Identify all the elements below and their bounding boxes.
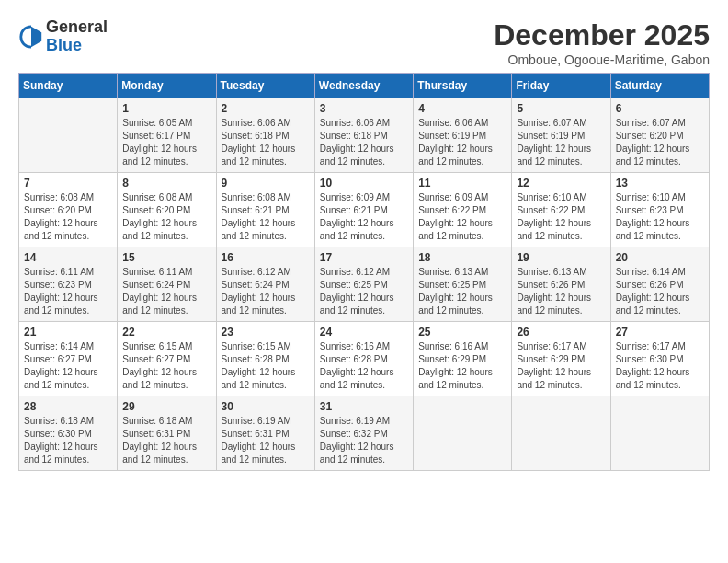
day-number: 14 [24, 251, 112, 264]
table-row: 11 Sunrise: 6:09 AMSunset: 6:22 PMDaylig… [414, 173, 512, 247]
day-number: 18 [418, 251, 506, 264]
day-number: 5 [517, 102, 605, 115]
day-info: Sunrise: 6:11 AMSunset: 6:23 PMDaylight:… [24, 266, 112, 317]
table-row: 9 Sunrise: 6:08 AMSunset: 6:21 PMDayligh… [216, 173, 314, 247]
day-number: 10 [320, 177, 408, 190]
day-number: 30 [222, 400, 310, 413]
day-info: Sunrise: 6:18 AMSunset: 6:31 PMDaylight:… [122, 415, 210, 466]
table-row: 1 Sunrise: 6:05 AMSunset: 6:17 PMDayligh… [118, 98, 216, 173]
day-info: Sunrise: 6:10 AMSunset: 6:23 PMDaylight:… [616, 191, 704, 243]
col-sunday: Sunday [19, 74, 118, 98]
table-row [414, 396, 512, 471]
day-number: 26 [517, 326, 605, 339]
day-number: 21 [24, 326, 112, 339]
page-header: General Blue December 2025 Omboue, Ogoou… [18, 18, 710, 67]
day-number: 7 [24, 177, 112, 190]
day-number: 9 [222, 177, 310, 190]
table-row: 18 Sunrise: 6:13 AMSunset: 6:25 PMDaylig… [414, 247, 512, 322]
day-number: 31 [320, 400, 408, 413]
day-info: Sunrise: 6:10 AMSunset: 6:22 PMDaylight:… [517, 191, 605, 243]
table-row: 13 Sunrise: 6:10 AMSunset: 6:23 PMDaylig… [610, 173, 709, 247]
col-thursday: Thursday [414, 74, 512, 98]
day-info: Sunrise: 6:14 AMSunset: 6:26 PMDaylight:… [616, 266, 704, 317]
day-number: 22 [122, 326, 210, 339]
table-row: 30 Sunrise: 6:19 AMSunset: 6:31 PMDaylig… [216, 396, 314, 471]
calendar-table: Sunday Monday Tuesday Wednesday Thursday… [18, 73, 710, 471]
day-info: Sunrise: 6:15 AMSunset: 6:28 PMDaylight:… [222, 340, 310, 392]
table-row: 31 Sunrise: 6:19 AMSunset: 6:32 PMDaylig… [314, 396, 413, 471]
logo: General Blue [18, 18, 108, 55]
day-info: Sunrise: 6:12 AMSunset: 6:25 PMDaylight:… [320, 266, 408, 317]
table-row [512, 396, 610, 471]
table-row: 5 Sunrise: 6:07 AMSunset: 6:19 PMDayligh… [512, 98, 610, 173]
calendar-week-row: 1 Sunrise: 6:05 AMSunset: 6:17 PMDayligh… [19, 98, 710, 173]
table-row: 22 Sunrise: 6:15 AMSunset: 6:27 PMDaylig… [118, 322, 216, 396]
table-row [19, 98, 118, 173]
day-info: Sunrise: 6:13 AMSunset: 6:26 PMDaylight:… [517, 266, 605, 317]
day-info: Sunrise: 6:05 AMSunset: 6:17 PMDaylight:… [122, 117, 210, 168]
day-number: 25 [418, 326, 506, 339]
col-tuesday: Tuesday [216, 74, 314, 98]
day-info: Sunrise: 6:13 AMSunset: 6:25 PMDaylight:… [418, 266, 506, 317]
table-row: 3 Sunrise: 6:06 AMSunset: 6:18 PMDayligh… [314, 98, 413, 173]
day-number: 4 [418, 102, 506, 115]
table-row: 8 Sunrise: 6:08 AMSunset: 6:20 PMDayligh… [118, 173, 216, 247]
col-wednesday: Wednesday [314, 74, 413, 98]
day-info: Sunrise: 6:09 AMSunset: 6:22 PMDaylight:… [418, 191, 506, 243]
day-info: Sunrise: 6:15 AMSunset: 6:27 PMDaylight:… [122, 340, 210, 392]
table-row: 10 Sunrise: 6:09 AMSunset: 6:21 PMDaylig… [314, 173, 413, 247]
day-number: 17 [320, 251, 408, 264]
day-info: Sunrise: 6:08 AMSunset: 6:21 PMDaylight:… [222, 191, 310, 243]
table-row: 7 Sunrise: 6:08 AMSunset: 6:20 PMDayligh… [19, 173, 118, 247]
day-number: 13 [616, 177, 704, 190]
calendar-week-row: 28 Sunrise: 6:18 AMSunset: 6:30 PMDaylig… [19, 396, 710, 471]
day-number: 23 [222, 326, 310, 339]
day-info: Sunrise: 6:09 AMSunset: 6:21 PMDaylight:… [320, 191, 408, 243]
day-number: 8 [122, 177, 210, 190]
day-info: Sunrise: 6:08 AMSunset: 6:20 PMDaylight:… [24, 191, 112, 243]
day-info: Sunrise: 6:14 AMSunset: 6:27 PMDaylight:… [24, 340, 112, 392]
day-number: 2 [222, 102, 310, 115]
day-info: Sunrise: 6:08 AMSunset: 6:20 PMDaylight:… [122, 191, 210, 243]
calendar-week-row: 21 Sunrise: 6:14 AMSunset: 6:27 PMDaylig… [19, 322, 710, 396]
day-info: Sunrise: 6:06 AMSunset: 6:18 PMDaylight:… [320, 117, 408, 168]
table-row: 12 Sunrise: 6:10 AMSunset: 6:22 PMDaylig… [512, 173, 610, 247]
table-row: 20 Sunrise: 6:14 AMSunset: 6:26 PMDaylig… [610, 247, 709, 322]
day-number: 3 [320, 102, 408, 115]
day-info: Sunrise: 6:17 AMSunset: 6:30 PMDaylight:… [616, 340, 704, 392]
day-info: Sunrise: 6:16 AMSunset: 6:28 PMDaylight:… [320, 340, 408, 392]
table-row: 4 Sunrise: 6:06 AMSunset: 6:19 PMDayligh… [414, 98, 512, 173]
table-row [610, 396, 709, 471]
table-row: 25 Sunrise: 6:16 AMSunset: 6:29 PMDaylig… [414, 322, 512, 396]
table-row: 24 Sunrise: 6:16 AMSunset: 6:28 PMDaylig… [314, 322, 413, 396]
col-saturday: Saturday [610, 74, 709, 98]
day-info: Sunrise: 6:07 AMSunset: 6:19 PMDaylight:… [517, 117, 605, 168]
day-info: Sunrise: 6:17 AMSunset: 6:29 PMDaylight:… [517, 340, 605, 392]
col-monday: Monday [118, 74, 216, 98]
day-number: 12 [517, 177, 605, 190]
table-row: 15 Sunrise: 6:11 AMSunset: 6:24 PMDaylig… [118, 247, 216, 322]
calendar-header-row: Sunday Monday Tuesday Wednesday Thursday… [19, 74, 710, 98]
day-info: Sunrise: 6:18 AMSunset: 6:30 PMDaylight:… [24, 415, 112, 466]
month-title: December 2025 [494, 18, 710, 52]
day-number: 28 [24, 400, 112, 413]
day-number: 16 [222, 251, 310, 264]
day-number: 19 [517, 251, 605, 264]
calendar-week-row: 7 Sunrise: 6:08 AMSunset: 6:20 PMDayligh… [19, 173, 710, 247]
day-number: 24 [320, 326, 408, 339]
col-friday: Friday [512, 74, 610, 98]
day-info: Sunrise: 6:19 AMSunset: 6:32 PMDaylight:… [320, 415, 408, 466]
location-subtitle: Omboue, Ogooue-Maritime, Gabon [494, 52, 710, 67]
table-row: 27 Sunrise: 6:17 AMSunset: 6:30 PMDaylig… [610, 322, 709, 396]
logo-general-text: General [46, 17, 108, 36]
day-number: 6 [616, 102, 704, 115]
day-number: 11 [418, 177, 506, 190]
day-number: 29 [122, 400, 210, 413]
logo-icon [18, 24, 44, 50]
logo-blue-text: Blue [46, 36, 82, 54]
table-row: 6 Sunrise: 6:07 AMSunset: 6:20 PMDayligh… [610, 98, 709, 173]
day-number: 27 [616, 326, 704, 339]
day-info: Sunrise: 6:16 AMSunset: 6:29 PMDaylight:… [418, 340, 506, 392]
table-row: 29 Sunrise: 6:18 AMSunset: 6:31 PMDaylig… [118, 396, 216, 471]
day-info: Sunrise: 6:11 AMSunset: 6:24 PMDaylight:… [122, 266, 210, 317]
